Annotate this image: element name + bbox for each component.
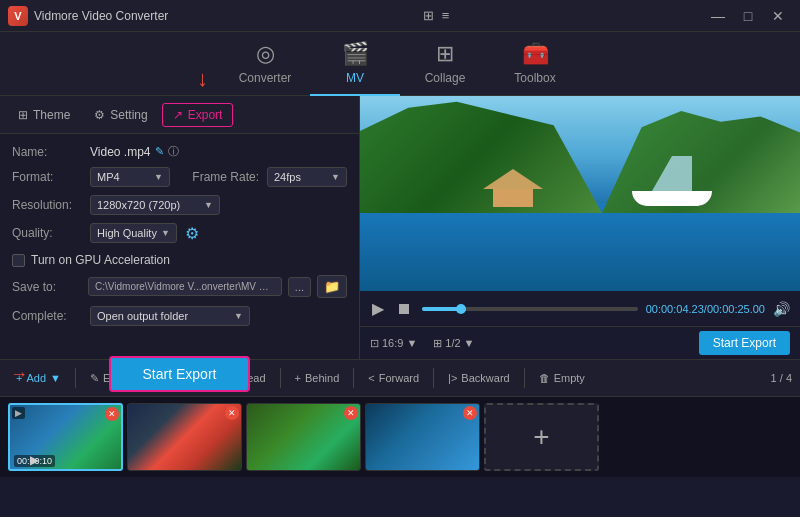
theme-icon: ⊞ [18,108,28,122]
frame-rate-arrow-icon: ▼ [331,172,340,182]
volume-icon[interactable]: 🔊 [773,301,790,317]
add-media-button[interactable]: + [484,403,599,471]
scene-hut [483,169,543,209]
grid-icon[interactable]: ⊞ [423,8,434,23]
format-value: MP4 [97,171,120,183]
save-to-row: Save to: C:\Vidmore\Vidmore V...onverter… [12,275,347,298]
tab-converter[interactable]: ◎ Converter [220,32,310,96]
tab-toolbox-label: Toolbox [514,71,555,85]
backward-button[interactable]: |> Backward [440,368,518,388]
scene-boat [632,191,712,221]
thumbnail-3[interactable]: ✕ [246,403,361,471]
left-panel: ⊞ Theme ⚙ Setting ↗ Export Name: [0,96,360,359]
forward-button[interactable]: < Forward [360,368,427,388]
title-bar: V Vidmore Video Converter ⊞ ≡ — □ ✕ [0,0,800,32]
scene-water [360,203,800,291]
complete-label: Complete: [12,309,82,323]
setting-label: Setting [110,108,147,122]
app-title: Vidmore Video Converter [34,9,168,23]
trash-icon: 🗑 [539,372,550,384]
save-path-display: C:\Vidmore\Vidmore V...onverter\MV Expor… [88,277,282,296]
thumb-type-icon-1: ▶ [12,407,25,419]
tab-converter-label: Converter [239,71,292,85]
tab-collage-label: Collage [425,71,466,85]
gpu-label: Turn on GPU Acceleration [31,253,170,267]
app-icon: V [8,6,28,26]
format-label: Format: [12,170,82,184]
setting-button[interactable]: ⚙ Setting [84,104,157,126]
start-export-small-button[interactable]: Start Export [699,331,790,355]
browse-dots-button[interactable]: ... [288,277,311,297]
quality-settings-button[interactable]: ⚙ [185,224,199,243]
format-select[interactable]: MP4 ▼ [90,167,170,187]
scale-value: 1/2 [445,337,460,349]
ratio-arrow-icon: ▼ [406,337,417,349]
tab-toolbox[interactable]: 🧰 Toolbox [490,32,580,96]
resolution-arrow-icon: ▼ [204,200,213,210]
divider-6 [433,368,434,388]
thumb-close-1[interactable]: ✕ [105,407,119,421]
boat-sail [652,156,692,191]
thumbnail-2[interactable]: ✕ [127,403,242,471]
right-arrow-icon: → [10,364,28,385]
thumbnail-1[interactable]: ▶ ✕ 00:00:10 ▶ [8,403,123,471]
frame-rate-group: Frame Rate: 24fps ▼ [192,167,347,187]
name-text: Video .mp4 [90,145,151,159]
minimize-button[interactable]: — [704,6,732,26]
divider-7 [524,368,525,388]
gpu-row: Turn on GPU Acceleration [12,253,347,267]
hut-roof [483,169,543,189]
time-current: 00:00:04.23 [646,303,704,315]
tab-collage[interactable]: ⊞ Collage [400,32,490,96]
close-button[interactable]: ✕ [764,6,792,26]
empty-button[interactable]: 🗑 Empty [531,368,593,388]
thumbnail-4[interactable]: ✕ [365,403,480,471]
maximize-button[interactable]: □ [734,6,762,26]
progress-dot [456,304,466,314]
theme-button[interactable]: ⊞ Theme [8,104,80,126]
frame-rate-select[interactable]: 24fps ▼ [267,167,347,187]
resolution-select[interactable]: 1280x720 (720p) ▼ [90,195,220,215]
converter-icon: ◎ [256,41,275,67]
thumb-close-2[interactable]: ✕ [225,406,239,420]
complete-select[interactable]: Open output folder ▼ [90,306,250,326]
name-row: Name: Video .mp4 ✎ ⓘ [12,144,347,159]
empty-label: Empty [554,372,585,384]
quality-select[interactable]: High Quality ▼ [90,223,177,243]
nav-bar: ◎ Converter 🎬 MV ⊞ Collage 🧰 Toolbox [0,32,800,96]
scale-arrow-icon: ▼ [464,337,475,349]
play-button[interactable]: ▶ [370,297,386,320]
open-folder-button[interactable]: 📁 [317,275,347,298]
export-button[interactable]: ↗ Export [162,103,234,127]
progress-bar[interactable] [422,307,638,311]
start-export-button[interactable]: Start Export [109,356,251,392]
time-display: 00:00:04.23/00:00:25.00 [646,303,765,315]
stop-button[interactable]: ⏹ [394,298,414,320]
info-icon[interactable]: ⓘ [168,144,179,159]
scene-mountain-left [360,96,602,213]
complete-value: Open output folder [97,310,188,322]
title-bar-controls: — □ ✕ [704,6,792,26]
thumb-close-3[interactable]: ✕ [344,406,358,420]
aspect-ratio-select[interactable]: ⊡ 16:9 ▼ [370,337,417,350]
quality-value: High Quality [97,227,157,239]
plus-icon: + [533,421,549,453]
format-row: Format: MP4 ▼ Frame Rate: 24fps ▼ [12,167,347,187]
backward-icon: |> [448,372,457,384]
export-settings: Name: Video .mp4 ✎ ⓘ Format: MP4 ▼ [0,134,359,336]
quality-row: Quality: High Quality ▼ ⚙ [12,223,347,243]
thumb-play-1: ▶ [30,453,39,467]
video-bottom-bar: ⊡ 16:9 ▼ ⊞ 1/2 ▼ Start Export [360,326,800,359]
thumb-close-4[interactable]: ✕ [463,406,477,420]
start-export-area: → Start Export [0,336,359,402]
gpu-checkbox[interactable] [12,254,25,267]
resolution-value: 1280x720 (720p) [97,199,180,211]
edit-icon[interactable]: ✎ [155,145,164,158]
scale-icon: ⊞ [433,337,442,350]
menu-icon[interactable]: ≡ [442,8,450,23]
tab-mv[interactable]: 🎬 MV [310,32,400,96]
mv-icon: 🎬 [342,41,369,67]
scale-select[interactable]: ⊞ 1/2 ▼ [433,337,474,350]
save-to-label: Save to: [12,280,82,294]
sub-nav: ⊞ Theme ⚙ Setting ↗ Export [0,96,359,134]
